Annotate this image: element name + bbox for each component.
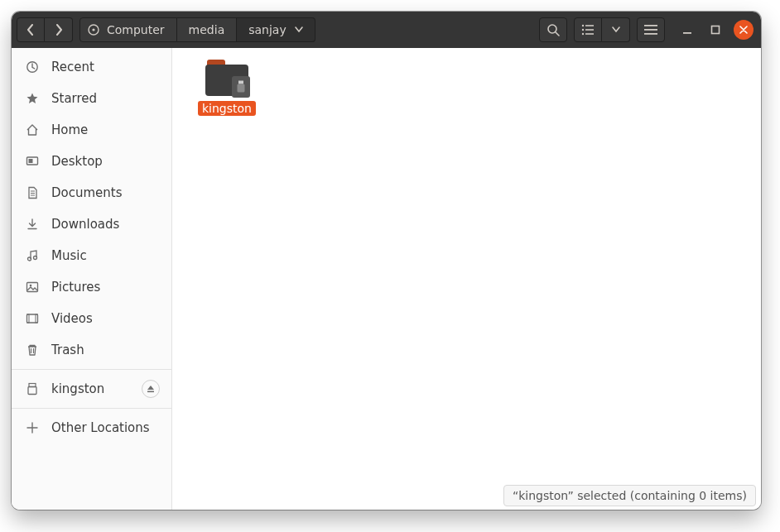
chevron-down-icon: [295, 26, 303, 33]
eject-button[interactable]: [142, 380, 160, 398]
status-bar: “kingston” selected (containing 0 items): [503, 485, 756, 506]
trash-icon: [23, 343, 41, 357]
svg-point-4: [582, 25, 584, 26]
svg-rect-20: [27, 283, 38, 292]
sidebar-item-videos[interactable]: Videos: [12, 303, 171, 334]
status-text: “kingston” selected (containing 0 items): [513, 489, 747, 502]
path-segment-label: sanjay: [248, 23, 286, 36]
list-view-button[interactable]: [574, 17, 602, 42]
sidebar-item-desktop[interactable]: Desktop: [12, 146, 171, 177]
sidebar-item-label: Videos: [51, 311, 93, 326]
svg-point-21: [30, 285, 32, 287]
hamburger-menu-button[interactable]: [637, 17, 665, 42]
forward-button[interactable]: [45, 17, 73, 42]
path-segment-media[interactable]: media: [177, 17, 238, 42]
sidebar-item-label: Downloads: [51, 217, 119, 232]
sidebar-item-music[interactable]: Music: [12, 240, 171, 271]
sidebar-item-label: Starred: [51, 91, 97, 106]
view-button-group: [574, 17, 630, 42]
path-segment-sanjay[interactable]: sanjay: [237, 17, 315, 42]
hamburger-icon: [644, 25, 657, 35]
sidebar-item-home[interactable]: Home: [12, 114, 171, 146]
usb-folder-icon: [205, 60, 248, 96]
sidebar-separator: [12, 369, 171, 370]
documents-icon: [23, 186, 41, 199]
sidebar-item-label: Home: [51, 122, 88, 137]
chevron-right-icon: [55, 24, 63, 36]
sidebar-separator: [12, 408, 171, 409]
plus-icon: [23, 422, 41, 434]
folder-item-label: kingston: [198, 101, 256, 116]
view-options-button[interactable]: [602, 17, 630, 42]
sidebar-item-other-locations[interactable]: Other Locations: [12, 412, 171, 443]
sidebar-item-documents[interactable]: Documents: [12, 177, 171, 208]
sidebar-item-trash[interactable]: Trash: [12, 334, 171, 366]
content-area[interactable]: kingston “kingston” selected (containing…: [172, 48, 761, 510]
sidebar: Recent Starred Home Desktop: [12, 48, 172, 510]
svg-point-6: [582, 29, 584, 31]
sidebar-item-label: Other Locations: [51, 420, 150, 435]
star-icon: [23, 92, 41, 105]
sidebar-item-label: Pictures: [51, 280, 100, 295]
path-bar: Computer media sanjay: [79, 17, 315, 42]
body: Recent Starred Home Desktop: [12, 48, 761, 510]
desktop-icon: [23, 155, 41, 168]
music-icon: [23, 249, 41, 262]
sidebar-item-label: kingston: [51, 381, 104, 396]
search-button[interactable]: [539, 17, 567, 42]
sidebar-item-downloads[interactable]: Downloads: [12, 208, 171, 240]
svg-point-1: [92, 28, 94, 31]
sidebar-item-label: Trash: [51, 343, 84, 357]
svg-rect-9: [585, 33, 594, 35]
path-segment-label: media: [189, 23, 225, 36]
sidebar-item-label: Music: [51, 248, 87, 263]
file-manager-window: Computer media sanjay: [12, 12, 761, 510]
sidebar-item-label: Documents: [51, 185, 123, 200]
svg-rect-17: [29, 159, 33, 163]
svg-rect-28: [238, 81, 243, 84]
svg-rect-27: [147, 391, 154, 393]
svg-rect-23: [27, 314, 30, 323]
sidebar-item-recent[interactable]: Recent: [12, 51, 171, 83]
clock-icon: [23, 60, 41, 74]
svg-line-3: [556, 32, 559, 36]
path-segment-label: Computer: [107, 23, 165, 36]
maximize-icon: [710, 25, 720, 35]
folder-item-kingston[interactable]: kingston: [194, 60, 260, 116]
eject-icon: [147, 385, 155, 393]
chevron-left-icon: [26, 24, 35, 36]
nav-button-group: [17, 17, 73, 42]
usb-drive-icon: [23, 382, 41, 395]
chevron-down-icon: [612, 26, 620, 33]
back-button[interactable]: [17, 17, 45, 42]
minimize-icon: [682, 25, 692, 35]
downloads-icon: [23, 218, 41, 231]
sidebar-item-starred[interactable]: Starred: [12, 83, 171, 114]
sidebar-item-kingston[interactable]: kingston: [12, 373, 171, 405]
icon-grid: kingston: [172, 48, 761, 127]
svg-rect-13: [683, 32, 691, 34]
close-icon: [734, 20, 754, 40]
titlebar: Computer media sanjay: [12, 12, 761, 48]
svg-point-19: [34, 256, 37, 260]
svg-rect-10: [644, 25, 657, 26]
search-icon: [546, 23, 560, 36]
svg-rect-14: [712, 26, 720, 34]
svg-rect-12: [644, 33, 657, 35]
sidebar-item-pictures[interactable]: Pictures: [12, 271, 171, 303]
svg-rect-24: [36, 314, 38, 323]
window-minimize-button[interactable]: [675, 17, 700, 42]
sidebar-item-label: Recent: [51, 60, 94, 74]
window-close-button[interactable]: [731, 17, 756, 42]
svg-rect-7: [585, 29, 594, 31]
svg-rect-26: [28, 387, 36, 395]
home-icon: [23, 123, 41, 137]
svg-rect-22: [27, 314, 38, 323]
list-view-icon: [581, 24, 595, 36]
path-segment-computer[interactable]: Computer: [79, 17, 177, 42]
window-maximize-button[interactable]: [703, 17, 728, 42]
pictures-icon: [23, 280, 41, 294]
svg-rect-11: [644, 29, 657, 31]
svg-point-8: [582, 33, 584, 35]
svg-rect-5: [585, 25, 594, 26]
